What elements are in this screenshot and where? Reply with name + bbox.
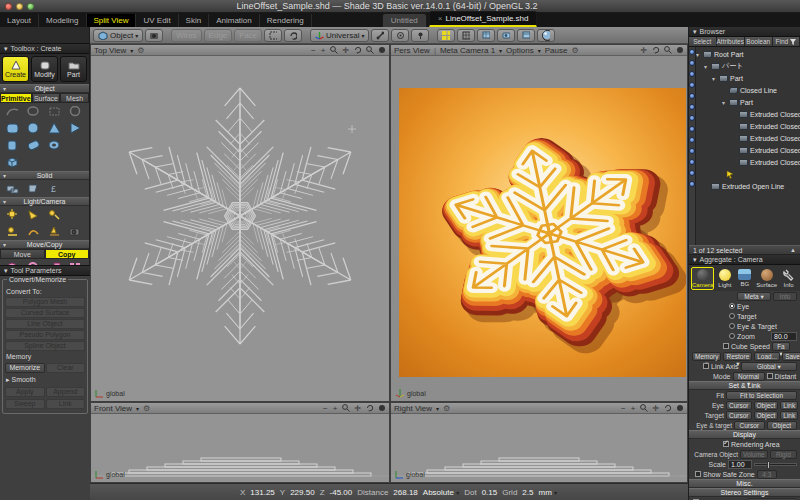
pan-button[interactable]: ✛ xyxy=(652,404,660,413)
visibility-dot[interactable] xyxy=(689,126,695,132)
solid-section-header[interactable]: ▾Solid xyxy=(0,171,89,180)
gear-icon[interactable]: ⚙ xyxy=(143,404,150,413)
tab-mesh[interactable]: Mesh xyxy=(60,93,89,103)
pers-viewport[interactable]: Pers View | Meta Camera 1 ▾ Options ▾ Pa… xyxy=(390,44,688,402)
visibility-dot[interactable] xyxy=(689,93,695,99)
unit-select[interactable]: mm ▾ xyxy=(538,488,557,497)
wedge-tool[interactable] xyxy=(65,121,86,136)
target-object-button[interactable]: Object xyxy=(754,411,779,420)
memory-button[interactable]: Memory ▾ xyxy=(692,352,721,361)
closed-line-tool[interactable] xyxy=(23,104,44,119)
eye-target-radio[interactable] xyxy=(729,323,735,329)
visibility-dot[interactable] xyxy=(689,82,695,88)
render-preview-button[interactable] xyxy=(537,29,555,42)
fit-to-selection-button[interactable]: Fit to Selection xyxy=(726,391,797,400)
circle-tool[interactable] xyxy=(65,104,86,119)
front-viewport[interactable]: Front View ▾ ⚙ − + ✛ global xyxy=(90,402,390,483)
restore-button[interactable]: Restore ▾ xyxy=(723,352,752,361)
target-link-button[interactable]: Link xyxy=(780,411,798,420)
tab-copy[interactable]: Copy xyxy=(45,249,90,259)
visibility-dot[interactable] xyxy=(689,137,695,143)
viewport-label[interactable]: Top View xyxy=(94,46,126,55)
misc-section-header[interactable]: Misc. xyxy=(689,479,800,488)
mini-panel-button[interactable] xyxy=(517,29,535,42)
browser-tab-attributes[interactable]: Attributes xyxy=(717,37,745,46)
tab-layout[interactable]: Layout xyxy=(0,14,39,27)
magnifier-icon[interactable] xyxy=(640,404,648,412)
eye-icon[interactable] xyxy=(378,46,386,54)
visibility-dot[interactable] xyxy=(689,49,695,55)
set-link-section-header[interactable]: Set & Link xyxy=(689,381,800,390)
edge-mode-button[interactable]: Edge xyxy=(204,29,233,42)
visibility-dot[interactable] xyxy=(689,104,695,110)
memorize-button[interactable]: Memorize xyxy=(5,363,45,373)
safe-zone-ratio[interactable]: 4:3 xyxy=(757,470,777,479)
rectangle-tool[interactable] xyxy=(44,104,65,119)
tree-row-part[interactable]: ▾Part xyxy=(696,72,800,84)
rotate-view-icon[interactable] xyxy=(354,46,362,54)
four-view-layout-button[interactable] xyxy=(437,29,455,42)
tab-split-view[interactable]: Split View xyxy=(87,14,137,27)
part-mode-button[interactable]: Part xyxy=(60,56,87,82)
convert-polygon-mesh-button[interactable]: Polygon Mesh xyxy=(5,297,85,307)
link-axis-dropdown[interactable]: Global ▾ xyxy=(741,362,797,371)
options-menu[interactable]: Options xyxy=(506,46,534,55)
zoom-out-button[interactable]: − xyxy=(323,404,329,413)
scale-field[interactable]: 1.00 xyxy=(728,460,752,469)
microphone-tool-button[interactable] xyxy=(411,29,429,42)
move-copy-section-header[interactable]: ▾Move/Copy xyxy=(0,240,89,249)
rotate-view-icon[interactable] xyxy=(366,404,374,412)
rounded-box-tool[interactable] xyxy=(2,121,23,136)
torus-tool[interactable] xyxy=(44,138,65,153)
tree-row-extruded-closed[interactable]: Extruded Closed xyxy=(696,108,800,120)
tree-row-extruded-closed[interactable]: Extruded Closed xyxy=(696,120,800,132)
line-light-tool[interactable] xyxy=(23,224,44,239)
scale-slider[interactable] xyxy=(754,463,797,466)
pivot-tool-button[interactable] xyxy=(391,29,409,42)
cylinder-tool[interactable] xyxy=(2,138,23,153)
tab-primitive[interactable]: Primitive xyxy=(0,93,32,103)
tree-row-root-part[interactable]: ▾Root Part xyxy=(696,48,800,60)
magnifier-icon[interactable] xyxy=(366,46,374,54)
tab-move[interactable]: Move xyxy=(0,249,45,259)
object-section-header[interactable]: ▾Object xyxy=(0,84,89,93)
smooth-apply-button[interactable]: Apply xyxy=(5,387,45,397)
eyetarget-cursor-button[interactable]: Cursor xyxy=(734,421,765,430)
tree-row-part-jp[interactable]: ▾パート xyxy=(696,60,800,72)
tab-animation[interactable]: Animation xyxy=(209,14,260,27)
zoom-value-field[interactable]: 80.0 xyxy=(771,332,797,341)
tab-modeling[interactable]: Modeling xyxy=(39,14,86,27)
tab-surface[interactable]: Surface xyxy=(32,93,61,103)
close-window-button[interactable] xyxy=(5,3,12,10)
smooth-link-button[interactable]: Link xyxy=(46,399,86,409)
union-tool[interactable] xyxy=(2,181,23,196)
rigid-option[interactable]: Rigid xyxy=(770,450,797,459)
intersect-tool[interactable]: £ xyxy=(44,181,65,196)
aggregate-header[interactable]: ▾ Aggregate : Camera xyxy=(689,255,800,265)
eye-icon[interactable] xyxy=(378,404,386,412)
top-viewport[interactable]: Top View ▾ ⚙ − + ✛ xyxy=(90,44,390,402)
pan-button[interactable]: ✛ xyxy=(342,46,350,55)
zoom-radio[interactable] xyxy=(729,333,735,339)
display-section-header[interactable]: Display xyxy=(689,430,800,439)
viewport-label[interactable]: Right View xyxy=(394,404,432,413)
zoom-in-button[interactable]: + xyxy=(631,404,637,413)
create-mode-button[interactable]: Create xyxy=(2,56,29,82)
tab-uv-edit[interactable]: UV Edit xyxy=(136,14,178,27)
magnifier-icon[interactable] xyxy=(664,46,672,54)
eye-cursor-button[interactable]: Cursor xyxy=(726,401,752,410)
browser-tab-select[interactable]: Select xyxy=(689,37,717,46)
target-cursor-button[interactable]: Cursor xyxy=(726,411,752,420)
rotate-view-icon[interactable] xyxy=(652,46,660,54)
target-radio[interactable] xyxy=(729,313,735,319)
show-safe-zone-checkbox[interactable] xyxy=(695,471,701,477)
tab-rendering[interactable]: Rendering xyxy=(260,14,312,27)
tree-row-extruded-closed[interactable]: Extruded Closed xyxy=(696,156,800,168)
skeleton-tool-button[interactable] xyxy=(371,29,389,42)
tree-row-extruded-open-line[interactable]: Extruded Open Line xyxy=(696,180,800,192)
zoom-window-button[interactable] xyxy=(27,3,34,10)
mini-grid-button[interactable] xyxy=(477,29,495,42)
collapse-icon[interactable]: ▲ xyxy=(790,247,796,253)
aggregate-tab-surface[interactable]: Surface xyxy=(755,267,778,290)
convert-curved-surface-button[interactable]: Curved Surface xyxy=(5,308,85,318)
